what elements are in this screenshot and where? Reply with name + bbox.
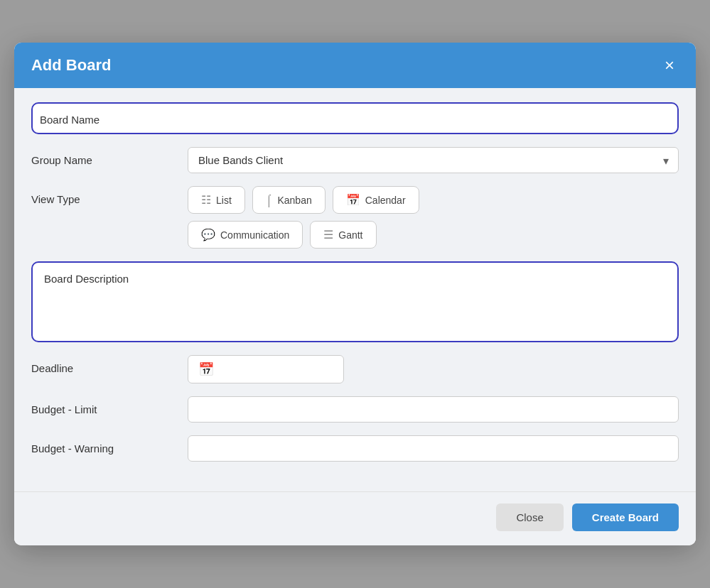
board-description-textarea[interactable] [189, 263, 677, 341]
budget-warning-label: Budget - Warning [31, 435, 188, 454]
modal-header: Add Board × [14, 43, 696, 88]
close-button[interactable]: Close [496, 503, 563, 531]
view-btn-list[interactable]: ☷ List [188, 186, 245, 214]
budget-warning-row: Budget - Warning [31, 435, 679, 462]
calendar-small-icon: 📅 [346, 193, 360, 207]
deadline-row: Deadline 📅 [31, 355, 679, 383]
board-name-input[interactable] [196, 108, 670, 129]
gantt-icon: ☰ [323, 228, 333, 241]
budget-warning-wrap [188, 435, 679, 462]
budget-limit-wrap [188, 396, 679, 423]
deadline-label: Deadline [31, 355, 188, 374]
modal-backdrop: Add Board × Board Name Group Name Blue B… [0, 0, 710, 588]
board-name-label: Board Name [40, 111, 196, 126]
view-btn-list-label: List [216, 195, 232, 206]
calendar-icon: 📅 [198, 361, 214, 377]
view-btn-communication-label: Communication [220, 229, 289, 241]
view-type-label: View Type [31, 186, 188, 205]
create-board-button[interactable]: Create Board [572, 503, 679, 531]
view-btn-calendar-label: Calendar [365, 195, 406, 206]
board-description-row: Board Description [31, 261, 679, 342]
view-type-buttons-container: ☷ List ⌠ Kanban 📅 Calendar [188, 186, 679, 249]
modal-footer: Close Create Board [14, 491, 696, 545]
chat-icon: 💬 [201, 228, 215, 241]
group-name-select-wrapper: Blue Bands Client Option 2 Option 3 ▾ [188, 147, 679, 173]
kanban-icon: ⌠ [266, 194, 273, 207]
view-btn-gantt[interactable]: ☰ Gantt [310, 221, 376, 249]
budget-limit-row: Budget - Limit [31, 396, 679, 423]
group-name-row: Group Name Blue Bands Client Option 2 Op… [31, 147, 679, 173]
modal-body: Board Name Group Name Blue Bands Client … [14, 88, 696, 491]
group-name-select[interactable]: Blue Bands Client Option 2 Option 3 [188, 147, 679, 173]
board-description-label: Board Description [33, 263, 189, 295]
group-name-label: Group Name [31, 147, 188, 166]
modal-close-button[interactable]: × [660, 55, 679, 75]
budget-limit-label: Budget - Limit [31, 396, 188, 415]
list-icon: ☷ [201, 193, 211, 207]
view-btn-calendar[interactable]: 📅 Calendar [333, 186, 419, 214]
modal-title: Add Board [31, 56, 111, 75]
view-btn-kanban-label: Kanban [277, 195, 311, 206]
deadline-input-wrap[interactable]: 📅 [188, 355, 344, 383]
budget-limit-input[interactable] [188, 396, 679, 423]
view-btn-gantt-label: Gantt [338, 229, 362, 241]
view-type-row: View Type ☷ List ⌠ Kanban 📅 Ca [31, 186, 679, 249]
budget-warning-input[interactable] [188, 435, 679, 462]
view-type-line-2: 💬 Communication ☰ Gantt [188, 221, 679, 249]
board-name-row: Board Name [31, 102, 679, 134]
add-board-modal: Add Board × Board Name Group Name Blue B… [14, 43, 696, 545]
view-btn-communication[interactable]: 💬 Communication [188, 221, 303, 249]
view-type-line-1: ☷ List ⌠ Kanban 📅 Calendar [188, 186, 679, 214]
view-btn-kanban[interactable]: ⌠ Kanban [252, 186, 326, 214]
